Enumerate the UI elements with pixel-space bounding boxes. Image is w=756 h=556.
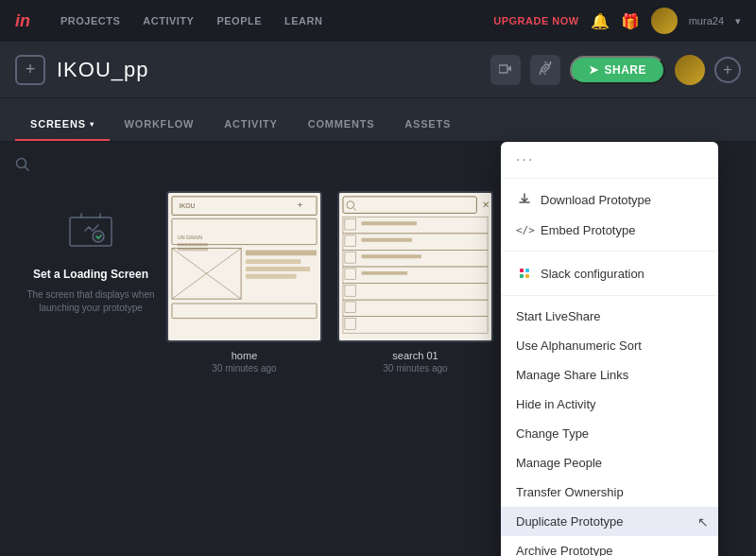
loading-screen-desc: The screen that displays when launching … — [25, 288, 157, 315]
svg-rect-13 — [246, 250, 317, 255]
top-nav: in PROJECTS ACTIVITY PEOPLE LEARN UPGRAD… — [0, 0, 756, 42]
dropdown-duplicate[interactable]: Duplicate Prototype ↖ — [501, 507, 718, 536]
download-icon — [516, 192, 533, 208]
svg-text:IKOU: IKOU — [180, 202, 196, 209]
dropdown-archive[interactable]: Archive Prototype — [501, 536, 718, 556]
screen-time-home: 30 minutes ago — [166, 363, 322, 374]
user-name[interactable]: mura24 — [689, 15, 724, 26]
nav-learn[interactable]: LEARN — [284, 15, 322, 26]
tab-activity[interactable]: ACTIVITY — [209, 118, 293, 141]
svg-text:細細細細細細細細: 細細細細細細細細 — [177, 242, 208, 247]
video-button[interactable] — [490, 55, 521, 85]
loading-screen-title: Set a Loading Screen — [33, 268, 148, 281]
nav-right: UPGRADE NOW 🔔 🎁 mura24 ▾ — [493, 8, 741, 34]
svg-rect-41 — [361, 238, 412, 242]
dropdown-section-slack: Slack configuration — [501, 252, 718, 296]
tab-workflow[interactable]: WORKFLOW — [110, 118, 210, 141]
nav-people[interactable]: PEOPLE — [216, 15, 262, 26]
svg-rect-40 — [361, 221, 417, 225]
svg-text:UN GRAIN: UN GRAIN — [178, 235, 202, 240]
nav-activity[interactable]: ACTIVITY — [143, 15, 194, 26]
svg-rect-50 — [520, 269, 524, 272]
search-icon[interactable] — [15, 159, 30, 175]
dropdown-slack[interactable]: Slack configuration — [501, 257, 718, 289]
svg-rect-15 — [246, 267, 310, 271]
dropdown-liveshare[interactable]: Start LiveShare — [501, 302, 718, 331]
svg-rect-14 — [246, 259, 301, 264]
user-chevron[interactable]: ▾ — [735, 15, 741, 27]
dropdown-hideactivity[interactable]: Hide in Activity — [501, 390, 718, 419]
dropdown-managepeople[interactable]: Manage People — [501, 448, 718, 478]
dropdown-transfer[interactable]: Transfer Ownership — [501, 478, 718, 507]
cursor-icon: ↖ — [697, 514, 709, 530]
svg-rect-52 — [520, 274, 524, 278]
svg-rect-51 — [525, 269, 529, 272]
svg-rect-43 — [361, 271, 407, 275]
dropdown-section-actions: Start LiveShare Use Alphanumeric Sort Ma… — [501, 296, 718, 556]
screen-card-home[interactable]: IKOU + UN GRAIN — [166, 191, 322, 374]
logo[interactable]: in — [15, 11, 30, 31]
nav-projects[interactable]: PROJECTS — [60, 15, 120, 26]
chevron-down-icon: ▾ — [90, 120, 94, 129]
header-actions: ➤ SHARE + — [490, 55, 741, 85]
dropdown-changetype[interactable]: Change Type — [501, 419, 718, 448]
dropdown-alphanumeric[interactable]: Use Alphanumeric Sort — [501, 331, 718, 360]
tab-screens[interactable]: SCREENS ▾ — [15, 118, 110, 141]
link-icon — [539, 61, 552, 78]
svg-text:细细细细细细细细: 细细细细细细细细 — [178, 247, 208, 252]
screen-thumb-home: IKOU + UN GRAIN — [166, 191, 322, 342]
dropdown-section-prototype: Download Prototype </> Embed Prototype — [501, 179, 718, 252]
screen-time-search: 30 minutes ago — [337, 363, 493, 374]
main-content: Set a Loading Screen The screen that dis… — [0, 142, 756, 556]
plus-icon: + — [723, 61, 731, 78]
dropdown-embed[interactable]: </> Embed Prototype — [501, 216, 718, 245]
bell-icon[interactable]: 🔔 — [591, 12, 610, 30]
screen-name-home: home — [166, 350, 322, 361]
loading-screen-card[interactable]: Set a Loading Screen The screen that dis… — [15, 191, 166, 334]
svg-rect-0 — [499, 65, 507, 73]
tab-comments[interactable]: COMMENTS — [293, 118, 390, 141]
video-icon — [499, 62, 512, 77]
project-title: IKOU_pp — [57, 58, 149, 82]
link-button[interactable] — [530, 55, 560, 85]
share-button[interactable]: ➤ SHARE — [570, 56, 665, 84]
code-icon: </> — [516, 224, 533, 236]
svg-rect-53 — [525, 274, 529, 278]
add-screen-button[interactable]: + — [15, 55, 45, 85]
screen-name-search: search 01 — [337, 350, 493, 361]
dropdown-sharelinks[interactable]: Manage Share Links — [501, 360, 718, 390]
loading-screen-icon — [68, 210, 113, 256]
svg-rect-16 — [246, 274, 297, 279]
dropdown-menu: ··· Download Prototype </> Embed Prototy… — [501, 142, 718, 556]
add-icon: + — [26, 60, 36, 79]
svg-rect-3 — [70, 217, 112, 246]
three-dots-icon[interactable]: ··· — [516, 151, 534, 168]
dropdown-download[interactable]: Download Prototype — [501, 184, 718, 216]
svg-line-2 — [26, 167, 29, 171]
screen-card-search[interactable]: ✕ — [337, 191, 493, 374]
user-avatar-header[interactable] — [675, 55, 705, 85]
screen-thumb-search: ✕ — [337, 191, 493, 342]
svg-text:✕: ✕ — [482, 200, 490, 210]
svg-point-4 — [93, 231, 104, 242]
gift-icon[interactable]: 🎁 — [621, 12, 640, 30]
project-header: + IKOU_pp ➤ SHARE + — [0, 42, 756, 98]
avatar[interactable] — [651, 8, 678, 34]
share-arrow-icon: ➤ — [589, 63, 599, 77]
dropdown-header: ··· — [501, 142, 718, 179]
svg-text:+: + — [298, 200, 303, 210]
tab-assets[interactable]: ASSETS — [389, 118, 466, 141]
svg-rect-42 — [361, 254, 421, 258]
slack-icon — [516, 265, 533, 282]
add-collaborator-button[interactable]: + — [714, 57, 741, 83]
tabs-bar: SCREENS ▾ WORKFLOW ACTIVITY COMMENTS ASS… — [0, 98, 756, 142]
upgrade-button[interactable]: UPGRADE NOW — [493, 15, 578, 26]
